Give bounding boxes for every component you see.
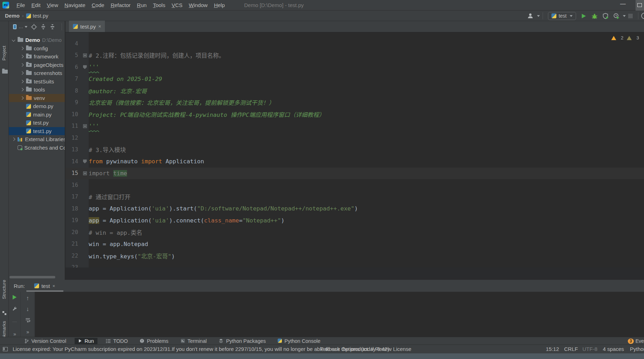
- status-crlf[interactable]: CRLF: [564, 346, 578, 352]
- menu-refactor[interactable]: Refactor: [107, 0, 134, 10]
- fold-marker-icon[interactable]: [83, 171, 87, 175]
- chevron-right-icon[interactable]: [20, 88, 24, 92]
- chevron-right-icon[interactable]: [20, 46, 24, 50]
- status-utf-8[interactable]: UTF-8: [582, 346, 598, 352]
- chevron-right-icon[interactable]: [20, 71, 24, 75]
- code-line-22[interactable]: 22win.type_keys("北京-宏哥"): [65, 250, 644, 262]
- status-15-12[interactable]: 15:12: [546, 346, 559, 352]
- tool-window-tab-todo[interactable]: TODO: [102, 338, 132, 344]
- structure-stripe-button[interactable]: Structure: [1, 280, 7, 299]
- fallback-options-link[interactable]: Fallback Options (today 9:42): [320, 346, 389, 352]
- tool-window-tab-version-control[interactable]: Version Control: [21, 338, 70, 344]
- tree-item-external-libraries[interactable]: External Libraries: [9, 135, 65, 144]
- code-line-13[interactable]: 13# 3.导入模块: [65, 144, 644, 156]
- code-line-14[interactable]: 14from pywinauto import Application: [65, 156, 644, 168]
- project-scrollbar[interactable]: [10, 276, 55, 278]
- code-line-17[interactable]: 17# 通过窗口打开: [65, 191, 644, 203]
- tree-item-testsuits[interactable]: testSuits: [9, 77, 65, 86]
- locate-file-icon[interactable]: [31, 24, 37, 30]
- menu-navigate[interactable]: Navigate: [61, 0, 88, 10]
- chevron-right-icon[interactable]: [12, 138, 15, 141]
- menu-tools[interactable]: Tools: [150, 0, 169, 10]
- minimize-button[interactable]: —: [620, 1, 626, 7]
- status-4-spaces[interactable]: 4 spaces: [603, 346, 624, 352]
- expand-all-icon[interactable]: [40, 24, 46, 30]
- tree-item-demo[interactable]: DemoD:\Demo: [9, 36, 65, 44]
- code-line-5[interactable]: 5# 2.注释：包括记录创建时间，创建人，项目名称。: [65, 50, 644, 62]
- debug-button[interactable]: [592, 13, 598, 19]
- code-line-18[interactable]: 18app = Application('uia').start("D:/sof…: [65, 203, 644, 215]
- menu-edit[interactable]: Edit: [28, 0, 44, 10]
- tool-window-tab-problems[interactable]: Problems: [136, 338, 172, 344]
- tool-window-tab-python-console[interactable]: Python Console: [274, 338, 324, 344]
- inspection-widget[interactable]: 23: [611, 35, 639, 40]
- code-line-11[interactable]: 11''': [65, 120, 644, 132]
- tree-item-demo-py[interactable]: demo.py: [9, 102, 65, 111]
- menu-file[interactable]: File: [13, 0, 28, 10]
- menu-run[interactable]: Run: [134, 0, 150, 10]
- menu-vcs[interactable]: VCS: [169, 0, 186, 10]
- fold-marker-icon[interactable]: [83, 53, 87, 57]
- coverage-button[interactable]: [602, 13, 608, 19]
- chevron-right-icon[interactable]: [20, 80, 24, 83]
- tree-item-main-py[interactable]: main.py: [9, 111, 65, 119]
- tool-window-layout-icon[interactable]: [3, 347, 8, 351]
- more-actions-icon[interactable]: »: [13, 331, 16, 337]
- code-line-6[interactable]: 6''': [65, 61, 644, 73]
- user-dropdown-icon[interactable]: [537, 15, 540, 17]
- close-run-tab-icon[interactable]: ×: [52, 283, 55, 289]
- project-view-options[interactable]: ...: [19, 24, 23, 29]
- breadcrumb-file[interactable]: test.py: [33, 13, 48, 19]
- code-line-15[interactable]: 15import time: [65, 168, 644, 180]
- user-icon[interactable]: [527, 13, 533, 19]
- code-line-16[interactable]: 16: [65, 179, 644, 191]
- tree-item-framework[interactable]: framework: [9, 52, 65, 61]
- tree-item-tools[interactable]: tools: [9, 86, 65, 94]
- run-button[interactable]: [581, 13, 587, 19]
- code-line-12[interactable]: 12: [65, 132, 644, 144]
- tree-item-test1-py[interactable]: test1.py: [9, 127, 65, 136]
- more-actions-icon[interactable]: »: [26, 329, 29, 335]
- project-stripe-button[interactable]: Project: [1, 46, 7, 61]
- menu-view[interactable]: View: [44, 0, 61, 10]
- tool-window-tab-python-packages[interactable]: Python Packages: [215, 338, 269, 344]
- structure-icon[interactable]: [2, 311, 6, 315]
- code-line-19[interactable]: 19app = Application('uia').connect(class…: [65, 215, 644, 227]
- code-editor[interactable]: 45# 2.注释：包括记录创建时间，创建人，项目名称。6'''7Created …: [65, 32, 644, 280]
- menu-help[interactable]: Help: [211, 0, 228, 10]
- tool-window-tab-run[interactable]: Run: [75, 338, 97, 344]
- run-console-output[interactable]: [35, 292, 644, 337]
- collapse-all-icon[interactable]: [50, 24, 55, 30]
- close-tab-icon[interactable]: ×: [98, 24, 101, 29]
- chevron-right-icon[interactable]: [20, 96, 24, 100]
- code-line-8[interactable]: 8@author: 北京-宏哥: [65, 85, 644, 97]
- code-line-21[interactable]: 21win = app.Notepad: [65, 238, 644, 250]
- tree-item-test-py[interactable]: test.py: [9, 119, 65, 127]
- restore-button[interactable]: [636, 0, 644, 11]
- tree-item-scratches-and-con[interactable]: Scratches and Con: [9, 144, 65, 152]
- tree-item-screenshots[interactable]: screenshots: [9, 69, 65, 77]
- fold-marker-icon[interactable]: [83, 159, 87, 163]
- search-everywhere-icon[interactable]: [641, 13, 644, 19]
- code-line-7[interactable]: 7Created on 2025-01-29: [65, 73, 644, 85]
- settings-wrench-icon[interactable]: [12, 306, 17, 313]
- project-stripe-icon[interactable]: [2, 70, 8, 74]
- run-tab-test[interactable]: test ×: [34, 283, 55, 289]
- run-configuration-select[interactable]: test: [548, 12, 576, 20]
- chevron-right-icon[interactable]: [20, 55, 24, 58]
- chevron-down-icon[interactable]: [25, 26, 27, 28]
- code-line-10[interactable]: 10Project: PC端自动化测试实战教程-4-pywinauto 操作PC…: [65, 108, 644, 120]
- menu-code[interactable]: Code: [89, 0, 108, 10]
- chevron-down-icon[interactable]: [12, 38, 15, 42]
- tree-item-pageobjects[interactable]: pageObjects: [9, 61, 65, 69]
- chevron-right-icon[interactable]: [20, 63, 24, 67]
- fold-marker-icon[interactable]: [83, 124, 87, 128]
- up-stack-trace-icon[interactable]: ↑: [26, 295, 29, 301]
- fold-marker-icon[interactable]: [83, 65, 87, 69]
- project-view-icon[interactable]: [13, 24, 17, 29]
- soft-wrap-icon[interactable]: [25, 317, 31, 324]
- code-line-9[interactable]: 9北京宏哥（微信搜索：北京宏哥，关注宏哥，提前解锁更多测试干货！）: [65, 97, 644, 109]
- menu-window[interactable]: Window: [186, 0, 211, 10]
- down-stack-trace-icon[interactable]: ↓: [26, 306, 29, 312]
- editor-tab-test-py[interactable]: test.py ×: [69, 21, 105, 32]
